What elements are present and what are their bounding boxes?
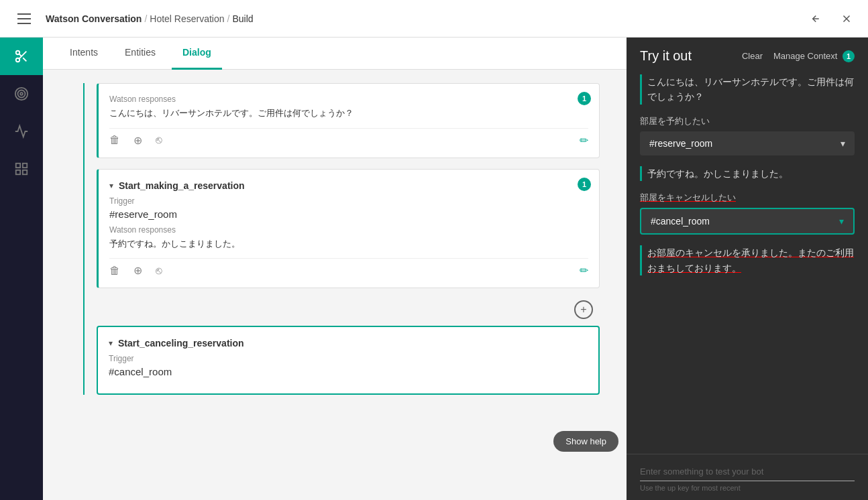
back-button[interactable]	[804, 8, 825, 29]
hamburger-line-3	[17, 23, 31, 24]
edit-icon-1[interactable]: ✏	[580, 134, 588, 147]
tree-line	[83, 83, 85, 395]
try-input-field[interactable]	[640, 462, 855, 481]
svg-rect-12	[16, 170, 20, 174]
dropdown-arrow-1: ▾	[840, 138, 845, 149]
hamburger-line-2	[17, 18, 31, 19]
edit-icon-2[interactable]: ✏	[580, 264, 588, 277]
user-section-2: 部屋をキャンセルしたい #cancel_room ▾	[640, 192, 855, 235]
plus-icon: +	[580, 304, 586, 316]
node-actions-2: 🗑 ⊕ ⎋ ✏	[109, 258, 588, 277]
bot-message-1: こんにちは、リバーサンホテルです。ご用件は何でしょうか？	[640, 74, 855, 105]
clear-button[interactable]: Clear	[742, 51, 763, 61]
left-sidebar	[0, 38, 43, 500]
sidebar-item-tools[interactable]	[0, 38, 43, 75]
node-response-2: 予約ですね。かしこまりました。	[109, 237, 588, 251]
sidebar-item-target[interactable]	[0, 75, 43, 113]
tab-bar: Intents Entities Dialog	[43, 38, 627, 70]
move-icon-1[interactable]: ⊕	[133, 134, 142, 147]
svg-rect-10	[16, 164, 20, 168]
breadcrumb: Watson Conversation / Hotel Reservation …	[46, 13, 254, 24]
try-panel-title: Try it out	[640, 48, 692, 64]
node-name-2: Start_making_a_reservation	[119, 180, 245, 191]
node-badge-2: 1	[578, 178, 591, 191]
bot-message-3: お部屋のキャンセルを承りました。またのご利用おまちしております。	[640, 245, 855, 275]
top-bar-right	[804, 8, 857, 29]
close-button[interactable]	[836, 8, 857, 29]
main-content: Intents Entities Dialog Watson responses…	[43, 38, 627, 500]
target-icon	[14, 86, 29, 101]
user-input-dropdown-2[interactable]: #cancel_room ▾	[640, 208, 855, 235]
trigger-label-2: Trigger	[109, 196, 588, 206]
manage-context-badge: 1	[843, 50, 855, 62]
node-response-1: こんにちは、リバーサンホテルです。ご用件は何でしょうか？	[109, 107, 588, 120]
try-panel-actions: Clear Manage Context 1	[742, 50, 855, 62]
breadcrumb-watson: Watson Conversation	[46, 13, 142, 24]
dropdown-value-1: #reserve_room	[649, 138, 712, 149]
svg-rect-11	[23, 164, 27, 168]
user-input-label-2: 部屋をキャンセルしたい	[640, 192, 855, 204]
dialog-node-1: Watson responses こんにちは、リバーサンホテルです。ご用件は何で…	[97, 83, 600, 158]
move-icon-2[interactable]: ⊕	[133, 264, 142, 277]
hamburger-line-1	[17, 13, 31, 15]
main-layout: Intents Entities Dialog Watson responses…	[0, 38, 868, 500]
node-actions-1: 🗑 ⊕ ⎋ ✏	[109, 128, 588, 147]
try-panel: Try it out Clear Manage Context 1 こんにちは、…	[627, 38, 868, 500]
delete-icon-1[interactable]: 🗑	[109, 134, 120, 146]
dialog-node-3: ▾ Start_canceling_reservation Trigger #c…	[97, 326, 600, 395]
chevron-icon-3[interactable]: ▾	[109, 338, 113, 348]
manage-context-label: Manage Context	[773, 51, 837, 61]
hamburger-button[interactable]	[11, 5, 38, 32]
node-header-2: ▾ Start_making_a_reservation	[109, 180, 588, 191]
node-badge-1: 1	[578, 92, 591, 105]
export-icon-1[interactable]: ⎋	[156, 134, 162, 146]
dropdown-value-2: #cancel_room	[651, 216, 710, 227]
try-conversation[interactable]: こんにちは、リバーサンホテルです。ご用件は何でしょうか？ 部屋を予約したい #r…	[627, 74, 868, 454]
node-trigger-3: #cancel_room	[109, 366, 588, 377]
node-header-3: ▾ Start_canceling_reservation	[109, 338, 588, 349]
tab-entities[interactable]: Entities	[114, 38, 166, 70]
grid-icon	[14, 162, 29, 176]
breadcrumb-build: Build	[232, 13, 253, 24]
user-input-dropdown-1[interactable]: #reserve_room ▾	[640, 131, 855, 155]
chevron-icon-2[interactable]: ▾	[109, 181, 113, 190]
tab-dialog[interactable]: Dialog	[172, 38, 222, 70]
try-input-hint: Use the up key for most recent	[640, 484, 855, 492]
svg-line-5	[23, 58, 26, 61]
top-bar: Watson Conversation / Hotel Reservation …	[0, 0, 868, 38]
svg-point-3	[16, 58, 20, 62]
trigger-label-3: Trigger	[109, 354, 588, 363]
dialog-canvas[interactable]: Watson responses こんにちは、リバーサンホテルです。ご用件は何で…	[43, 70, 627, 500]
svg-point-9	[20, 92, 23, 95]
dialog-node-2: ▾ Start_making_a_reservation Trigger #re…	[97, 169, 600, 289]
bot-message-2: 予約ですね。かしこまりました。	[640, 166, 855, 181]
sidebar-item-grid[interactable]	[0, 150, 43, 188]
sidebar-item-chart[interactable]	[0, 113, 43, 150]
dropdown-arrow-2: ▾	[839, 216, 844, 227]
watson-responses-label-2: Watson responses	[109, 225, 588, 235]
svg-line-6	[19, 54, 21, 56]
add-node-button[interactable]: +	[574, 300, 593, 319]
try-input-area: Use the up key for most recent	[627, 454, 868, 500]
breadcrumb-sep-1: /	[144, 13, 147, 24]
node-name-3: Start_canceling_reservation	[118, 338, 244, 349]
export-icon-2[interactable]: ⎋	[156, 265, 162, 277]
node-tree: Watson responses こんにちは、リバーサンホテルです。ご用件は何で…	[70, 83, 600, 395]
svg-point-8	[18, 90, 25, 98]
plus-btn-container: +	[97, 299, 600, 320]
svg-point-2	[16, 51, 20, 55]
watson-responses-label-1: Watson responses	[109, 95, 588, 104]
show-help-button[interactable]: Show help	[553, 431, 618, 452]
manage-context-button[interactable]: Manage Context 1	[773, 50, 855, 62]
breadcrumb-hotel: Hotel Reservation	[150, 13, 224, 24]
user-input-label-1: 部屋を予約したい	[640, 115, 855, 127]
chart-icon	[14, 124, 29, 139]
node-trigger-2: #reserve_room	[109, 208, 588, 220]
delete-icon-2[interactable]: 🗑	[109, 265, 120, 277]
breadcrumb-sep-2: /	[227, 13, 230, 24]
svg-rect-13	[23, 170, 27, 174]
tab-intents[interactable]: Intents	[59, 38, 109, 70]
tools-icon	[14, 49, 29, 64]
user-section-1: 部屋を予約したい #reserve_room ▾	[640, 115, 855, 155]
try-panel-header: Try it out Clear Manage Context 1	[627, 38, 868, 74]
